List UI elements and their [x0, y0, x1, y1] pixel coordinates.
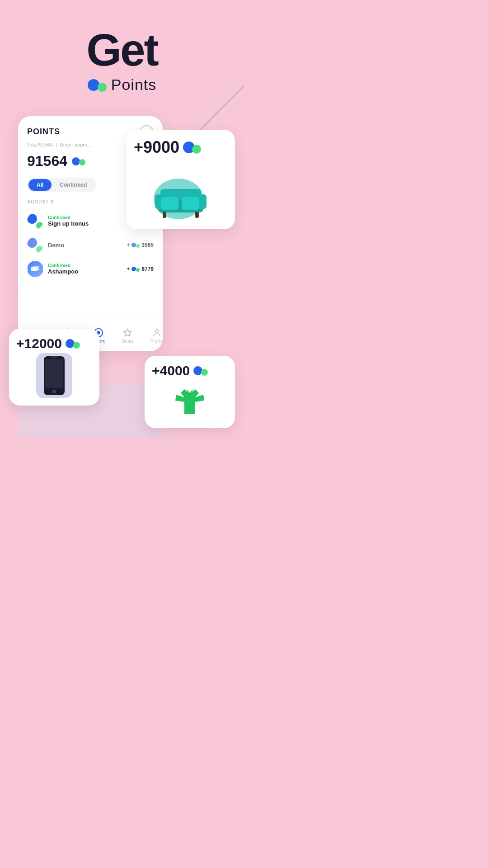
ashampoo-icon [27, 261, 43, 277]
svg-rect-13 [163, 212, 166, 218]
card-phone: +12000 [9, 329, 99, 406]
demo-name: Demo [48, 242, 122, 249]
nav-profile-label: Profile [150, 339, 163, 344]
sofa-points-row: +9000 [134, 138, 228, 157]
phone-svg [43, 355, 66, 396]
mockup-area: POINTS + Total 91564 | Under appro... 91… [9, 116, 235, 469]
svg-rect-1 [33, 266, 39, 270]
svg-rect-16 [45, 359, 63, 388]
hero-logo [88, 78, 107, 92]
svg-point-6 [155, 329, 159, 332]
sofa-points: +9000 [134, 138, 179, 157]
svg-rect-12 [182, 197, 199, 210]
transaction-ashampoo: Confirmed Ashampoo + 8779 [27, 257, 154, 281]
svg-rect-11 [161, 197, 178, 210]
points-title: POINTS [27, 127, 60, 137]
nav-deals-label: Deals [122, 339, 134, 344]
demo-label: Demo [48, 242, 122, 249]
svg-rect-14 [195, 212, 199, 218]
phone-image [16, 351, 92, 398]
shirt-svg [172, 385, 208, 421]
shirt-points: +4000 [152, 363, 190, 378]
ashampoo-status: Confirmed [48, 263, 122, 268]
points-balance: 91564 [27, 153, 67, 170]
transaction-demo: Demo + 3565 [27, 233, 154, 257]
nav-deals[interactable]: Deals [122, 328, 134, 344]
balance-icon [72, 157, 85, 166]
hero-points-label: Points [111, 76, 157, 94]
demo-icon [27, 237, 43, 253]
ashampoo-name: Ashampoo [48, 268, 122, 275]
sofa-svg [151, 176, 210, 222]
card-shirt: +4000 [145, 356, 235, 428]
tab-confirmed[interactable]: Confirmed [52, 179, 95, 191]
nav-profile[interactable]: Profile [150, 328, 163, 344]
shirt-image [152, 378, 228, 421]
svg-point-18 [52, 390, 56, 393]
signup-icon [27, 213, 43, 229]
svg-marker-5 [124, 329, 131, 336]
tab-all[interactable]: All [28, 179, 52, 191]
svg-rect-17 [51, 356, 58, 358]
card-sofa: +9000 [127, 130, 235, 229]
hero-get-label: Get [9, 27, 235, 72]
filter-tabs: All Confirmed [27, 178, 96, 192]
phone-points: +12000 [16, 336, 62, 351]
phone-points-row: +12000 [16, 336, 92, 351]
sofa-points-icon [183, 141, 201, 154]
svg-rect-10 [198, 194, 206, 209]
shirt-points-row: +4000 [152, 363, 228, 378]
sofa-image [134, 157, 228, 224]
ashampoo-points: + 8779 [127, 266, 154, 272]
ashampoo-label: Confirmed Ashampoo [48, 263, 122, 275]
demo-points: + 3565 [127, 242, 154, 248]
